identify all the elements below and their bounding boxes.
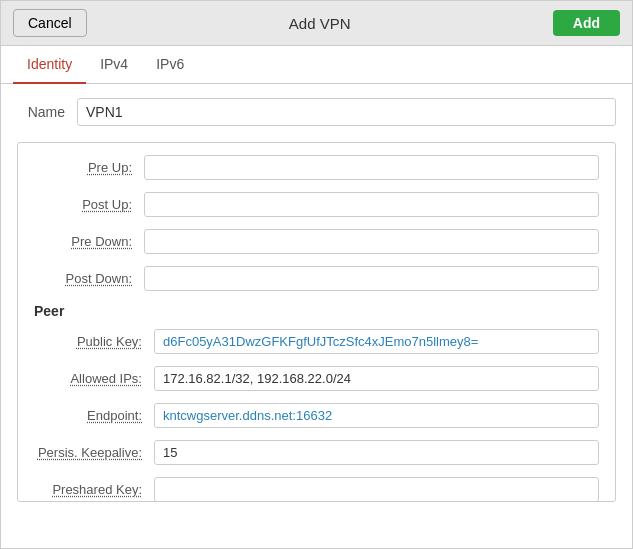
pre-down-label: Pre Down: <box>34 234 144 249</box>
allowed-ips-row: Allowed IPs: <box>34 366 599 391</box>
tab-ipv4[interactable]: IPv4 <box>86 46 142 84</box>
name-input[interactable] <box>77 98 616 126</box>
post-up-label: Post Up: <box>34 197 144 212</box>
tab-ipv6[interactable]: IPv6 <box>142 46 198 84</box>
keepalive-input[interactable] <box>154 440 599 465</box>
public-key-input[interactable] <box>154 329 599 354</box>
peer-section: Peer Public Key: Allowed IPs: Endpoint: <box>34 303 599 502</box>
name-label: Name <box>17 104 77 120</box>
endpoint-input[interactable] <box>154 403 599 428</box>
tabs-bar: Identity IPv4 IPv6 <box>1 46 632 84</box>
dialog: Cancel Add VPN Add Identity IPv4 IPv6 Na… <box>0 0 633 549</box>
endpoint-label: Endpoint: <box>34 408 154 423</box>
add-button[interactable]: Add <box>553 10 620 36</box>
tab-content: Name Pre Up: Post Up: Pre Down: Post Dow… <box>1 84 632 548</box>
pre-up-input[interactable] <box>144 155 599 180</box>
post-up-input[interactable] <box>144 192 599 217</box>
pre-down-input[interactable] <box>144 229 599 254</box>
endpoint-row: Endpoint: <box>34 403 599 428</box>
peer-heading: Peer <box>34 303 599 319</box>
tab-identity[interactable]: Identity <box>13 46 86 84</box>
scrollable-section: Pre Up: Post Up: Pre Down: Post Down: Pe… <box>17 142 616 502</box>
keepalive-row: Persis. Keepalive: <box>34 440 599 465</box>
dialog-title: Add VPN <box>289 15 351 32</box>
pre-up-label: Pre Up: <box>34 160 144 175</box>
public-key-row: Public Key: <box>34 329 599 354</box>
header: Cancel Add VPN Add <box>1 1 632 46</box>
post-down-label: Post Down: <box>34 271 144 286</box>
preshared-key-row: Preshared Key: <box>34 477 599 502</box>
allowed-ips-label: Allowed IPs: <box>34 371 154 386</box>
pre-down-row: Pre Down: <box>34 229 599 254</box>
preshared-key-label: Preshared Key: <box>34 482 154 497</box>
post-down-input[interactable] <box>144 266 599 291</box>
cancel-button[interactable]: Cancel <box>13 9 87 37</box>
pre-up-row: Pre Up: <box>34 155 599 180</box>
post-down-row: Post Down: <box>34 266 599 291</box>
public-key-label: Public Key: <box>34 334 154 349</box>
keepalive-label: Persis. Keepalive: <box>34 445 154 460</box>
name-row: Name <box>17 98 616 126</box>
preshared-key-input[interactable] <box>154 477 599 502</box>
post-up-row: Post Up: <box>34 192 599 217</box>
allowed-ips-input[interactable] <box>154 366 599 391</box>
